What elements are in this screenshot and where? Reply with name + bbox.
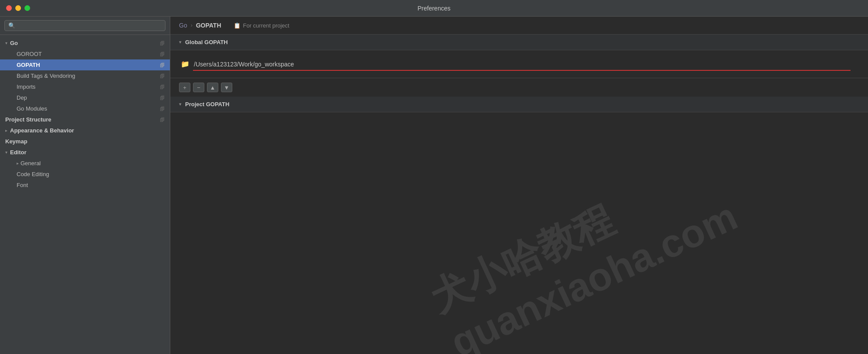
sidebar-item-appearance-behavior[interactable]: ▸ Appearance & Behavior (0, 125, 170, 136)
sidebar-item-label: Editor (10, 149, 27, 156)
sidebar-item-imports[interactable]: Imports 🗐 (0, 81, 170, 92)
breadcrumb-current: GOPATH (196, 22, 221, 29)
gopath-value: /Users/a123123/Work/go_workspace (194, 61, 294, 68)
copy-icon: 🗐 (160, 73, 165, 79)
sidebar-item-label: Appearance & Behavior (10, 127, 74, 134)
sidebar-item-goroot[interactable]: GOROOT 🗐 (0, 49, 170, 59)
minimize-button[interactable] (15, 5, 21, 11)
path-underline (193, 70, 851, 71)
titlebar: Preferences (0, 0, 868, 17)
sidebar-item-general[interactable]: ▸ General (0, 158, 170, 169)
sidebar-item-label: GOPATH (17, 62, 160, 68)
window-controls (6, 5, 30, 11)
sidebar-item-label: Build Tags & Vendoring (17, 73, 160, 79)
sidebar-item-font[interactable]: Font (0, 180, 170, 191)
chevron-right-icon: ▸ (5, 128, 7, 133)
sidebar-item-editor[interactable]: ▾ Editor (0, 147, 170, 158)
maximize-button[interactable] (24, 5, 30, 11)
project-gopath-title: Project GOPATH (185, 101, 229, 108)
chevron-down-icon: ▾ (5, 150, 7, 155)
sidebar-item-keymap[interactable]: Keymap (0, 136, 170, 147)
sidebar-item-label: Go Modules (17, 105, 160, 112)
sidebar-item-label: Go (10, 40, 18, 46)
window-title: Preferences (417, 5, 450, 12)
sidebar-item-label: GOROOT (17, 51, 160, 57)
copy-icon: 🗐 (160, 41, 165, 46)
sidebar-item-label: Project Structure (5, 116, 51, 123)
sidebar-item-label: Imports (17, 83, 160, 90)
sidebar-item-code-editing[interactable]: Code Editing (0, 169, 170, 180)
chevron-right-icon: ▸ (17, 161, 19, 166)
sidebar: 🔍 ▾ Go 🗐 GOROOT 🗐 GOPATH 🗐 (0, 17, 170, 354)
sidebar-item-project-structure[interactable]: Project Structure 🗐 (0, 114, 170, 125)
sidebar-item-label: General (21, 160, 165, 167)
folder-icon: 📁 (181, 60, 189, 68)
chevron-down-icon: ▾ (179, 39, 182, 45)
sidebar-item-dep[interactable]: Dep 🗐 (0, 92, 170, 103)
copy-icon: 📋 (234, 22, 241, 29)
breadcrumb-action-label: For current project (243, 22, 289, 29)
remove-button[interactable]: − (193, 83, 204, 92)
copy-icon: 🗐 (160, 84, 165, 90)
search-input[interactable] (18, 22, 162, 29)
move-down-button[interactable]: ▼ (221, 83, 232, 92)
add-button[interactable]: + (179, 83, 190, 92)
watermark: 犬小哈教程quanxiaoha.com (421, 146, 744, 354)
copy-icon: 🗐 (160, 52, 165, 57)
global-gopath-title: Global GOPATH (185, 39, 228, 45)
sidebar-item-build-tags[interactable]: Build Tags & Vendoring 🗐 (0, 70, 170, 81)
copy-icon: 🗐 (160, 106, 165, 111)
global-gopath-body: 📁 /Users/a123123/Work/go_workspace (170, 50, 868, 78)
chevron-down-icon: ▾ (5, 41, 7, 45)
copy-icon: 🗐 (160, 117, 165, 122)
sidebar-item-gopath[interactable]: GOPATH 🗐 (0, 59, 170, 70)
project-gopath-header[interactable]: ▾ Project GOPATH (170, 97, 868, 112)
breadcrumb: Go › GOPATH 📋 For current project (170, 17, 868, 35)
search-bar: 🔍 (0, 17, 170, 35)
breadcrumb-parent: Go (179, 22, 187, 29)
content-area: Go › GOPATH 📋 For current project ▾ Glob… (170, 17, 868, 354)
sidebar-item-label: Code Editing (17, 171, 165, 177)
breadcrumb-action[interactable]: 📋 For current project (234, 22, 289, 29)
move-up-button[interactable]: ▲ (207, 83, 218, 92)
breadcrumb-separator: › (191, 22, 193, 28)
sidebar-item-go-modules[interactable]: Go Modules 🗐 (0, 103, 170, 114)
copy-icon: 🗐 (160, 62, 165, 68)
global-gopath-header[interactable]: ▾ Global GOPATH (170, 35, 868, 50)
chevron-down-icon: ▾ (179, 101, 182, 107)
copy-icon: 🗐 (160, 95, 165, 101)
gopath-toolbar: + − ▲ ▼ (170, 78, 868, 97)
sidebar-item-label: Font (17, 182, 165, 188)
search-wrapper[interactable]: 🔍 (4, 20, 165, 31)
close-button[interactable] (6, 5, 12, 11)
sidebar-content: ▾ Go 🗐 GOROOT 🗐 GOPATH 🗐 Build Tags & Ve… (0, 35, 170, 354)
sidebar-item-go[interactable]: ▾ Go 🗐 (0, 38, 170, 49)
path-entry[interactable]: 📁 /Users/a123123/Work/go_workspace (179, 57, 859, 71)
sidebar-item-label: Keymap (5, 138, 28, 145)
sidebar-item-label: Dep (17, 94, 160, 101)
search-icon: 🔍 (8, 22, 15, 29)
main-layout: 🔍 ▾ Go 🗐 GOROOT 🗐 GOPATH 🗐 (0, 17, 868, 354)
